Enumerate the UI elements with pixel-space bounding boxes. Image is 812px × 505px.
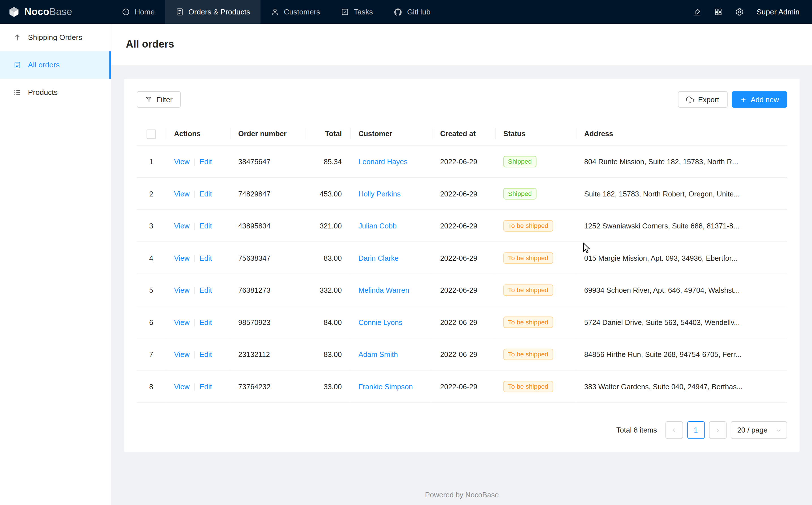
row-index: 4 xyxy=(149,254,153,262)
nav-item-orders-products[interactable]: Orders & Products xyxy=(165,0,260,24)
customer-link[interactable]: Darin Clarke xyxy=(358,254,398,262)
table-toolbar: Filter Export Add xyxy=(137,91,787,108)
pagination-prev-button[interactable] xyxy=(665,421,683,439)
edit-link[interactable]: Edit xyxy=(200,254,212,262)
user-menu[interactable]: Super Admin xyxy=(757,6,800,18)
created-at-cell: 2022-06-29 xyxy=(432,370,495,402)
table-row: 8 ViewEdit 73764232 33.00 Frankie Simpso… xyxy=(137,370,787,402)
status-cell: To be shipped xyxy=(495,338,576,370)
highlighter-icon[interactable] xyxy=(693,8,701,16)
address-cell: 383 Walter Gardens, Suite 040, 24947, Be… xyxy=(576,370,787,402)
customer-link[interactable]: Leonard Hayes xyxy=(358,157,408,166)
column-header-customer: Customer xyxy=(350,122,432,145)
table-row: 1 ViewEdit 38475647 85.34 Leonard Hayes … xyxy=(137,145,787,177)
nav-item-label: GitHub xyxy=(407,6,431,18)
total-cell: 453.00 xyxy=(306,177,350,209)
sidebar-item-shipping-orders[interactable]: Shipping Orders xyxy=(0,24,111,51)
nav-item-label: Customers xyxy=(284,6,320,18)
view-link[interactable]: View xyxy=(174,157,190,166)
row-actions-cell: ViewEdit xyxy=(166,145,230,177)
edit-link[interactable]: Edit xyxy=(200,221,212,229)
plugins-grid-icon[interactable] xyxy=(714,8,722,16)
page-header: All orders xyxy=(111,24,812,65)
orders-doc-icon xyxy=(14,61,21,69)
total-cell: 321.00 xyxy=(306,209,350,241)
sidebar: Shipping Orders All orders Products xyxy=(0,24,111,505)
created-at-cell: 2022-06-29 xyxy=(432,306,495,338)
toolbar-right: Export Add new xyxy=(678,91,787,108)
view-link[interactable]: View xyxy=(174,221,190,229)
customer-link[interactable]: Julian Cobb xyxy=(358,221,397,229)
view-link[interactable]: View xyxy=(174,382,190,390)
created-at-cell: 2022-06-29 xyxy=(432,338,495,370)
customer-link[interactable]: Frankie Simpson xyxy=(358,382,413,390)
customer-link[interactable]: Holly Perkins xyxy=(358,189,401,198)
order-number-cell: 73764232 xyxy=(230,370,306,402)
export-button[interactable]: Export xyxy=(678,91,728,108)
page-size-select[interactable]: 20 / page xyxy=(731,421,787,439)
pagination: Total 8 items 1 20 / page xyxy=(137,421,787,439)
view-link[interactable]: View xyxy=(174,189,190,198)
column-header-created-at: Created at xyxy=(432,122,495,145)
status-cell: To be shipped xyxy=(495,370,576,402)
nocobase-logo-icon xyxy=(8,6,19,18)
view-link[interactable]: View xyxy=(174,350,190,358)
pagination-next-button[interactable] xyxy=(709,421,726,439)
action-divider xyxy=(194,159,195,166)
add-new-button[interactable]: Add new xyxy=(731,91,787,108)
edit-link[interactable]: Edit xyxy=(200,157,212,166)
table-row: 5 ViewEdit 76381273 332.00 Melinda Warre… xyxy=(137,274,787,306)
nav-item-tasks[interactable]: Tasks xyxy=(330,0,383,24)
status-cell: Shipped xyxy=(495,177,576,209)
filter-button[interactable]: Filter xyxy=(137,91,181,108)
nav-item-github[interactable]: GitHub xyxy=(383,0,441,24)
nav-item-customers[interactable]: Customers xyxy=(261,0,330,24)
action-divider xyxy=(194,351,195,359)
view-link[interactable]: View xyxy=(174,254,190,262)
created-at-cell: 2022-06-29 xyxy=(432,209,495,241)
customer-cell: Leonard Hayes xyxy=(350,145,432,177)
total-cell: 83.00 xyxy=(306,242,350,274)
edit-link[interactable]: Edit xyxy=(200,382,212,390)
table-row: 6 ViewEdit 98570923 84.00 Connie Lyons 2… xyxy=(137,306,787,338)
view-link[interactable]: View xyxy=(174,318,190,326)
edit-link[interactable]: Edit xyxy=(200,286,212,294)
content-area: Filter Export Add xyxy=(111,65,812,505)
order-number-cell: 23132112 xyxy=(230,338,306,370)
settings-gear-icon[interactable] xyxy=(735,8,744,16)
orders-table-header: Actions Order number Total Customer Crea… xyxy=(137,122,787,145)
address-cell: Suite 182, 15783, North Robert, Oregon, … xyxy=(576,177,787,209)
pagination-page-1[interactable]: 1 xyxy=(687,421,705,439)
customer-cell: Connie Lyons xyxy=(350,306,432,338)
customer-cell: Darin Clarke xyxy=(350,242,432,274)
nocobase-logo[interactable]: NocoBase xyxy=(0,0,111,24)
edit-link[interactable]: Edit xyxy=(200,318,212,326)
main-nav: Home Orders & Products Customers Tasks xyxy=(111,0,441,24)
table-row: 2 ViewEdit 74829847 453.00 Holly Perkins… xyxy=(137,177,787,209)
customer-link[interactable]: Adam Smith xyxy=(358,350,398,358)
row-index: 1 xyxy=(149,157,153,166)
row-index: 6 xyxy=(149,318,153,326)
nav-item-home[interactable]: Home xyxy=(111,0,165,24)
edit-link[interactable]: Edit xyxy=(200,189,212,198)
select-all-checkbox[interactable] xyxy=(147,130,156,139)
github-icon xyxy=(393,8,402,16)
powered-by-footer: Powered by NocoBase xyxy=(124,452,800,505)
sidebar-item-products[interactable]: Products xyxy=(0,79,111,106)
order-number-cell: 98570923 xyxy=(230,306,306,338)
created-at-cell: 2022-06-29 xyxy=(432,274,495,306)
customer-link[interactable]: Melinda Warren xyxy=(358,286,410,294)
status-cell: To be shipped xyxy=(495,209,576,241)
row-index-cell: 2 xyxy=(137,177,166,209)
customer-link[interactable]: Connie Lyons xyxy=(358,318,402,326)
sidebar-item-all-orders[interactable]: All orders xyxy=(0,51,111,79)
status-badge: To be shipped xyxy=(503,381,553,392)
view-link[interactable]: View xyxy=(174,286,190,294)
order-number-cell: 74829847 xyxy=(230,177,306,209)
nav-item-label: Tasks xyxy=(354,6,373,18)
action-divider xyxy=(194,223,195,230)
action-divider xyxy=(194,319,195,326)
edit-link[interactable]: Edit xyxy=(200,350,212,358)
status-cell: To be shipped xyxy=(495,242,576,274)
logo-text: NocoBase xyxy=(24,4,72,20)
